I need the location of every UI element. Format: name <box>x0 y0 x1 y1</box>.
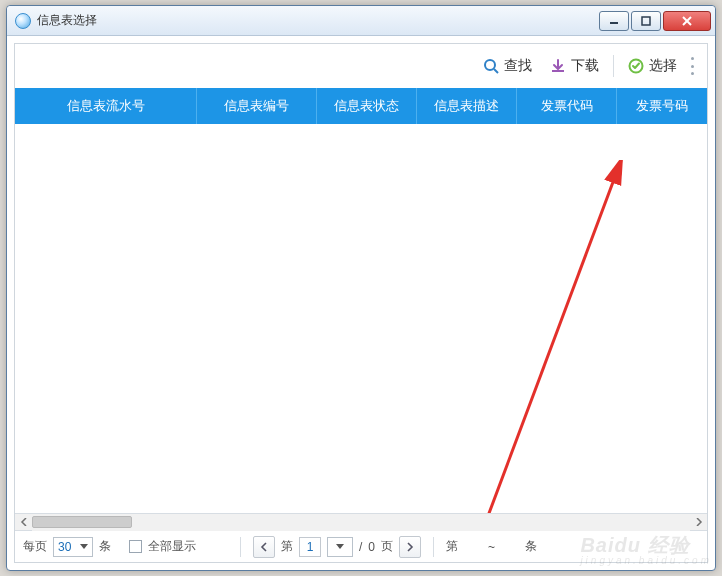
chevron-right-icon <box>695 518 703 526</box>
prev-page-button[interactable] <box>253 536 275 558</box>
table-header-row: 信息表流水号 信息表编号 信息表状态 信息表描述 发票代码 发票号码 <box>15 88 707 124</box>
chevron-right-icon <box>406 542 414 552</box>
table-body <box>15 124 707 513</box>
scroll-thumb[interactable] <box>32 516 132 528</box>
table-header[interactable]: 发票号码 <box>617 88 707 124</box>
check-circle-icon <box>628 58 644 74</box>
per-page-prefix: 每页 <box>23 538 47 555</box>
app-window: 信息表选择 查找 下载 <box>6 5 716 571</box>
chevron-down-icon <box>336 544 344 549</box>
pager-divider <box>433 537 434 557</box>
pager-divider <box>240 537 241 557</box>
minimize-icon <box>609 16 619 26</box>
table-header[interactable]: 信息表描述 <box>417 88 517 124</box>
chevron-left-icon <box>260 542 268 552</box>
search-icon <box>483 58 499 74</box>
chevron-left-icon <box>20 518 28 526</box>
svg-line-5 <box>494 69 498 73</box>
svg-point-4 <box>485 60 495 70</box>
download-button[interactable]: 下载 <box>542 53 607 79</box>
search-button-label: 查找 <box>504 57 532 75</box>
chevron-down-icon <box>80 544 88 549</box>
client-area: 查找 下载 选择 信息表流水号 信息表编号 信息表状态 信息表描述 发票代码 发… <box>14 43 708 563</box>
per-page-value: 30 <box>58 540 71 554</box>
toolbar-divider <box>613 55 614 77</box>
svg-rect-6 <box>552 70 564 72</box>
page-slash: / <box>359 540 362 554</box>
next-page-button[interactable] <box>399 536 421 558</box>
scroll-left-button[interactable] <box>15 514 32 531</box>
scroll-right-button[interactable] <box>690 514 707 531</box>
titlebar[interactable]: 信息表选择 <box>7 6 715 36</box>
search-button[interactable]: 查找 <box>475 53 540 79</box>
per-page-suffix: 条 <box>99 538 111 555</box>
minimize-button[interactable] <box>599 11 629 31</box>
record-suffix: 条 <box>525 538 537 555</box>
table-header[interactable]: 信息表状态 <box>317 88 417 124</box>
svg-rect-1 <box>642 17 650 25</box>
maximize-button[interactable] <box>631 11 661 31</box>
pager-bar: 每页 30 条 全部显示 第 / 0 页 <box>15 530 707 562</box>
select-button[interactable]: 选择 <box>620 53 685 79</box>
record-sep: ~ <box>488 540 495 554</box>
annotation-arrow-icon <box>459 160 659 513</box>
download-icon <box>550 58 566 74</box>
total-pages: 0 <box>368 540 375 554</box>
select-button-label: 选择 <box>649 57 677 75</box>
show-all-label: 全部显示 <box>148 538 196 555</box>
table-header[interactable]: 信息表编号 <box>197 88 317 124</box>
page-prefix: 第 <box>281 538 293 555</box>
table-header[interactable]: 发票代码 <box>517 88 617 124</box>
table-header[interactable]: 信息表流水号 <box>15 88 197 124</box>
window-controls <box>599 11 711 31</box>
page-select[interactable] <box>327 537 353 557</box>
close-button[interactable] <box>663 11 711 31</box>
page-suffix: 页 <box>381 538 393 555</box>
close-icon <box>681 16 693 26</box>
per-page-select[interactable]: 30 <box>53 537 93 557</box>
record-prefix: 第 <box>446 538 458 555</box>
horizontal-scrollbar[interactable] <box>15 513 707 530</box>
svg-line-8 <box>479 166 619 513</box>
app-icon <box>15 13 31 29</box>
window-title: 信息表选择 <box>37 12 97 29</box>
scroll-track[interactable] <box>32 514 690 531</box>
current-page-input[interactable] <box>299 537 321 557</box>
download-button-label: 下载 <box>571 57 599 75</box>
toolbar: 查找 下载 选择 <box>15 44 707 88</box>
maximize-icon <box>641 16 651 26</box>
overflow-menu-icon[interactable] <box>691 55 697 77</box>
show-all-checkbox[interactable] <box>129 540 142 553</box>
